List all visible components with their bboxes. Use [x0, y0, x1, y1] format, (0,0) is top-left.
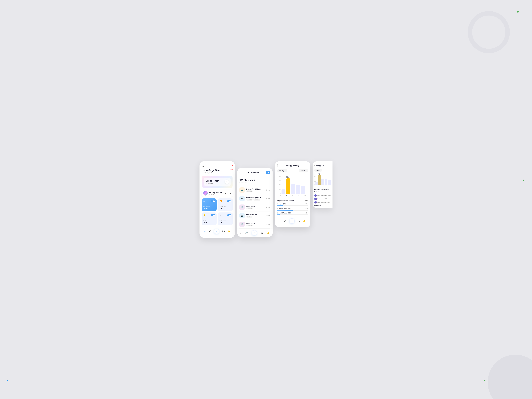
- activity-text: Masia Turned Off 8 hours: [317, 198, 330, 200]
- menu-icon[interactable]: [202, 165, 204, 167]
- partial-filter: January ▾: [314, 169, 331, 171]
- ac2-toggle[interactable]: [227, 214, 231, 216]
- expense-item-light[interactable]: ✈ Light ($26) 20%: [277, 203, 308, 206]
- oven-expense: Oven ($2...: [314, 191, 331, 192]
- devices-header: ‹ Air Condition: [237, 171, 273, 176]
- ac-toggle[interactable]: [211, 200, 215, 202]
- bar-28: [301, 176, 305, 194]
- device-card-ac2[interactable]: 🌬 Air Condition 16°C: [218, 212, 233, 225]
- user-avatar: [314, 194, 317, 197]
- partial-bar: [325, 173, 328, 185]
- device-card-wifi[interactable]: 📶 WIFI Router 16°C: [218, 198, 233, 211]
- nav-chat-icon[interactable]: 💬: [261, 232, 263, 234]
- month-filter-partial[interactable]: January ▾: [314, 169, 323, 171]
- bar-27: [296, 176, 300, 194]
- main-toggle[interactable]: [266, 171, 270, 174]
- nav-chat-icon[interactable]: 💬: [298, 220, 300, 222]
- music-artist: By Jawad: [209, 194, 225, 195]
- ac2-icon: 🌬: [219, 214, 222, 216]
- pause-icon[interactable]: ⏸: [227, 192, 229, 194]
- nav-add-button[interactable]: +: [214, 229, 219, 234]
- add-button[interactable]: + Add: [229, 169, 233, 171]
- expense-section: Expense from device Today ▾ ✈ Light ($26…: [277, 200, 308, 215]
- decorative-dot-green-top: [517, 11, 519, 13]
- device-card-light[interactable]: 💡 Light 16°C: [202, 212, 216, 225]
- spotlight-icon: ✈: [239, 196, 245, 201]
- device-status: Connnected: [239, 182, 270, 184]
- router-icon: 📡: [239, 204, 245, 210]
- nav-bell-icon[interactable]: 🔔: [303, 220, 305, 222]
- nav-mic-icon[interactable]: 🎤: [245, 232, 248, 234]
- today-filter[interactable]: Today ▾: [304, 200, 308, 201]
- prev-icon[interactable]: ◄: [225, 192, 226, 194]
- list-item[interactable]: 📷 Smart Camera Outdoor 1 hours: [239, 211, 270, 220]
- activity-item: Masia Turned On 12 hours: [314, 194, 331, 197]
- nav-bell-icon[interactable]: 🔔: [267, 232, 270, 234]
- partial-bar: [321, 173, 324, 185]
- light-icon: 💡: [203, 214, 206, 216]
- ac-expense-icon: ❄: [277, 208, 278, 209]
- nav-home-icon[interactable]: ⌂: [280, 220, 281, 222]
- nav-home-icon[interactable]: ⌂: [240, 232, 241, 234]
- device-card-aircondition[interactable]: ❄ Air Condition 16°C: [202, 198, 216, 211]
- nav-chat-icon[interactable]: 💬: [222, 230, 225, 233]
- list-item[interactable]: 📺 2 Smart Tv Off Last Bedroom 3 hours: [239, 186, 270, 194]
- nav-home-icon[interactable]: ⌂: [204, 230, 206, 233]
- camera-icon: 📷: [239, 213, 245, 218]
- nav-mic-icon[interactable]: 🎤: [209, 230, 211, 233]
- bottom-nav-devices: ⌂ 🎤 + 💬 🔔: [237, 228, 273, 237]
- chevron-down-icon: ▾: [306, 170, 306, 171]
- back-button[interactable]: ‹: [239, 171, 240, 174]
- devices-title: Air Condition: [247, 171, 259, 174]
- bar-24: [282, 176, 285, 194]
- bar-26: [291, 176, 295, 194]
- back-icon[interactable]: ‹: [314, 165, 315, 167]
- expense-title: Expense from device: [277, 200, 294, 202]
- user-avatar: [314, 198, 317, 200]
- living-room-devices: 10 Devices: [206, 183, 219, 184]
- greeting-date: 12 January 2021: [202, 172, 221, 174]
- nav-add-button[interactable]: +: [252, 230, 257, 235]
- partial-expense-title: Expense from device: [314, 188, 331, 190]
- edit-icon[interactable]: ✏: [225, 180, 229, 184]
- activity-text: Masia Turned On 12 hours: [317, 195, 330, 196]
- nav-mic-icon[interactable]: 🎤: [284, 220, 286, 222]
- living-room-card[interactable]: Living Room 10 Devices ✏: [202, 176, 233, 188]
- device-count: 12 Devices: [239, 178, 270, 182]
- activity-list: Masia Turned On 12 hours Masia Turned Of…: [314, 194, 331, 203]
- list-item[interactable]: 📡 WIFI Router Bedroom 2 hours: [239, 220, 270, 228]
- expense-item-ac[interactable]: ❄ Air Condition ($32) 50%: [277, 208, 308, 211]
- nav-bell-icon[interactable]: 🔔: [228, 230, 230, 233]
- nav-add-button[interactable]: +: [289, 218, 295, 224]
- partial-bar: [328, 173, 331, 185]
- music-avatar: [203, 191, 208, 196]
- chevron-down-icon: ▾: [307, 200, 308, 201]
- screens-container: Hello Surja Sen! 12 January 2021 + Add L…: [200, 161, 332, 238]
- light-toggle[interactable]: [211, 214, 215, 216]
- living-room-title: Living Room: [206, 180, 219, 182]
- currently-label: Currently: [314, 204, 331, 206]
- energy-screen: ‹ Energy Saving January ▾ Device ▾ $200 …: [275, 161, 310, 228]
- wifi-icon: 📶: [219, 200, 222, 202]
- activity-text: Masia Turned Off 6 hours: [317, 202, 330, 203]
- bottom-nav-energy: ⌂ 🎤 + 💬 🔔: [277, 217, 308, 225]
- activity-item: Masia Turned Off 6 hours: [314, 201, 331, 203]
- bar-value-label: 39.5 KWh: [286, 176, 290, 178]
- list-item[interactable]: ✈ Home Spotlights On Bedroom Livingroom …: [239, 194, 270, 203]
- back-button[interactable]: ‹: [277, 164, 278, 167]
- partial-header: ‹ Energy Sav...: [314, 165, 331, 167]
- list-item[interactable]: 📡 WIFI Router Bedroom 4 hours: [239, 203, 270, 211]
- filter-row: January ▾ Device ▾: [277, 169, 308, 172]
- partial-expense-item: Oven ($2...: [314, 191, 331, 193]
- greeting-name: Hello Surja Sen!: [202, 169, 221, 172]
- greeting-section: Hello Surja Sen! 12 January 2021 + Add: [202, 169, 233, 174]
- device-filter[interactable]: Device ▾: [299, 169, 308, 172]
- notification-dot: [232, 165, 233, 166]
- expense-item-wifi[interactable]: 📡 WIFI Router ($14) 10%: [277, 212, 308, 215]
- partial-chart: $200 $150 $100 $50 0 39.5 KWh: [314, 173, 331, 187]
- next-icon[interactable]: ►: [230, 192, 231, 194]
- month-filter[interactable]: January ▾: [277, 169, 287, 172]
- chevron-down-icon: ▾: [285, 170, 285, 171]
- home-screen: Hello Surja Sen! 12 January 2021 + Add L…: [200, 161, 235, 238]
- wifi-toggle[interactable]: [227, 200, 231, 202]
